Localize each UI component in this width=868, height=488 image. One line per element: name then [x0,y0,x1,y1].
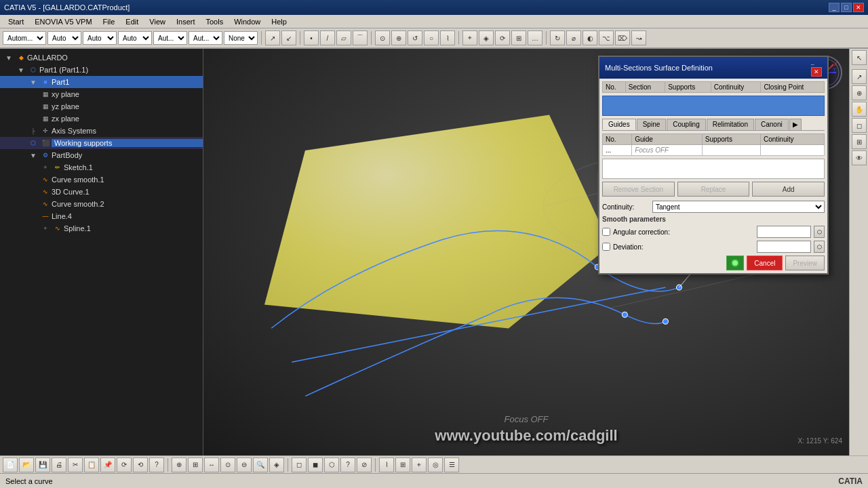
menu-view[interactable]: View [144,17,171,26]
tb-btn-1[interactable]: ↗ [265,30,280,45]
bt-btn-9[interactable]: ⟲ [133,458,148,472]
tab-spine[interactable]: Spine [637,119,667,130]
dropdown-auto1[interactable]: Auto [47,31,81,45]
tree-item-gallardo[interactable]: ▼ ◆ GALLARDO [0,52,203,64]
replace-btn[interactable]: Replace [677,182,750,197]
bt-btn-1[interactable]: 📄 [3,458,18,472]
close-btn[interactable]: ✕ [853,3,864,12]
bt-btn-15[interactable]: ⊖ [237,458,252,472]
axis-expand-icon[interactable]: ├ [27,125,39,136]
rt-btn-cursor[interactable]: ↖ [852,50,867,65]
continuity-select[interactable]: Tangent Point Curvature [652,201,825,213]
expand-gallardo[interactable]: ▼ [3,52,15,63]
tb-btn-8[interactable]: ⊕ [391,30,406,45]
angular-spinner[interactable]: ⬡ [814,226,825,238]
tb-btn-3[interactable]: • [304,30,319,45]
angular-value[interactable]: 0.5deg [757,226,811,238]
minimize-btn[interactable]: _ [829,3,840,12]
tree-item-yz[interactable]: ▦ yz plane [0,100,203,113]
tree-item-partbody[interactable]: ▼ ⚙ PartBody [0,149,203,161]
tb-btn-9[interactable]: ↺ [408,30,422,45]
deviation-checkbox[interactable] [602,243,610,251]
tb-btn-2[interactable]: ↙ [281,30,296,45]
preview-btn[interactable]: Preview [785,256,825,270]
bt-btn-2[interactable]: 📂 [19,458,34,472]
tree-item-zx[interactable]: ▦ zx plane [0,113,203,125]
bt-btn-12[interactable]: ⊞ [188,458,203,472]
dialog-close-btn[interactable]: ✕ [811,67,822,77]
tb-btn-19[interactable]: ◐ [583,30,597,45]
viewport[interactable]: Focus OFF www.youtube.com/cadgill X Y Z … [203,49,849,458]
bt-btn-3[interactable]: 💾 [35,458,50,472]
menu-insert[interactable]: Insert [171,17,201,26]
bt-btn-21[interactable]: ? [340,458,355,472]
dropdown-autom[interactable]: Autom... [3,31,46,45]
bt-btn-10[interactable]: ? [149,458,164,472]
dropdown-aut2[interactable]: Aut... [189,31,222,45]
tb-btn-21[interactable]: ⌦ [615,30,630,45]
bt-btn-24[interactable]: ⊞ [395,458,410,472]
tab-relimitation[interactable]: Relimitation [707,119,754,130]
rt-btn-view[interactable]: 👁 [852,150,867,165]
dropdown-auto2[interactable]: Auto [83,31,117,45]
rt-btn-pan[interactable]: ✋ [852,102,867,117]
tree-item-working[interactable]: ⬡ ⬛ Working supports [0,137,203,149]
spline1-expand[interactable]: + [39,223,52,234]
bt-btn-11[interactable]: ⊕ [172,458,186,472]
cancel-btn[interactable]: Cancel [747,256,783,270]
tb-btn-5[interactable]: ▱ [336,30,351,45]
menu-file[interactable]: File [98,17,121,26]
deviation-value[interactable]: 0.001mm [757,241,811,253]
dropdown-auto3[interactable]: Auto [118,31,152,45]
tree-item-3dcurve[interactable]: ∿ 3D Curve.1 [0,186,203,198]
expand-partbody[interactable]: ▼ [27,150,39,161]
tb-btn-18[interactable]: ⌀ [566,30,581,45]
bt-btn-17[interactable]: ◈ [269,458,284,472]
tree-item-curve1[interactable]: ∿ Curve smooth.1 [0,174,203,186]
menu-help[interactable]: Help [266,17,292,26]
rt-btn-select[interactable]: ◻ [852,118,867,133]
tab-more[interactable]: ▶ [789,119,802,130]
tb-btn-14[interactable]: ⟳ [495,30,510,45]
working-expand-icon[interactable]: ⬡ [27,138,39,148]
bt-btn-27[interactable]: ☰ [444,458,459,472]
menu-tools[interactable]: Tools [200,17,229,26]
tree-item-xy[interactable]: ▦ xy plane [0,88,203,100]
tab-coupling[interactable]: Coupling [667,119,705,130]
tree-item-line4[interactable]: — Line.4 [0,210,203,222]
bt-btn-23[interactable]: ⌇ [379,458,394,472]
guide-row-1[interactable]: ... Focus OFF [603,145,825,156]
bt-btn-16[interactable]: 🔍 [253,458,268,472]
bt-btn-18[interactable]: ◻ [292,458,307,472]
menu-window[interactable]: Window [229,17,266,26]
angular-checkbox[interactable] [602,228,610,236]
bt-btn-7[interactable]: 📌 [100,458,115,472]
tb-btn-10[interactable]: ○ [424,30,439,45]
rt-btn-rotate[interactable]: ↗ [852,69,867,84]
deviation-spinner[interactable]: ⬡ [814,241,825,253]
tb-btn-12[interactable]: ⌖ [462,30,477,45]
tree-item-sketch1[interactable]: + ✏ Sketch.1 [0,161,203,174]
bt-btn-5[interactable]: ✂ [68,458,83,472]
bt-btn-22[interactable]: ⊘ [357,458,372,472]
menu-enovia[interactable]: ENOVIA V5 VPM [29,17,97,26]
add-btn[interactable]: Add [752,182,825,197]
dropdown-aut1[interactable]: Aut... [153,31,187,45]
tb-btn-13[interactable]: ◈ [479,30,494,45]
bt-btn-4[interactable]: 🖨 [52,458,66,472]
tb-btn-6[interactable]: ⌒ [353,30,368,45]
tree-item-part1[interactable]: ▼ ■ Part1 [0,76,203,88]
tb-btn-4[interactable]: / [320,30,335,45]
tb-btn-17[interactable]: ↻ [550,30,565,45]
dialog-title-bar[interactable]: Multi-Sections Surface Definition _ ✕ [599,57,827,79]
bt-btn-6[interactable]: 📋 [84,458,99,472]
tab-canoni[interactable]: Canoni [755,119,789,130]
bt-btn-8[interactable]: ⟳ [117,458,132,472]
bt-btn-14[interactable]: ⊙ [220,458,235,472]
remove-section-btn[interactable]: Remove Section [602,182,675,197]
dialog-min-btn[interactable]: _ [811,59,821,67]
tree-item-curve2[interactable]: ∿ Curve smooth.2 [0,198,203,210]
bt-btn-20[interactable]: ⬡ [324,458,339,472]
selected-section-row[interactable] [602,96,825,116]
bt-btn-26[interactable]: ◎ [428,458,443,472]
